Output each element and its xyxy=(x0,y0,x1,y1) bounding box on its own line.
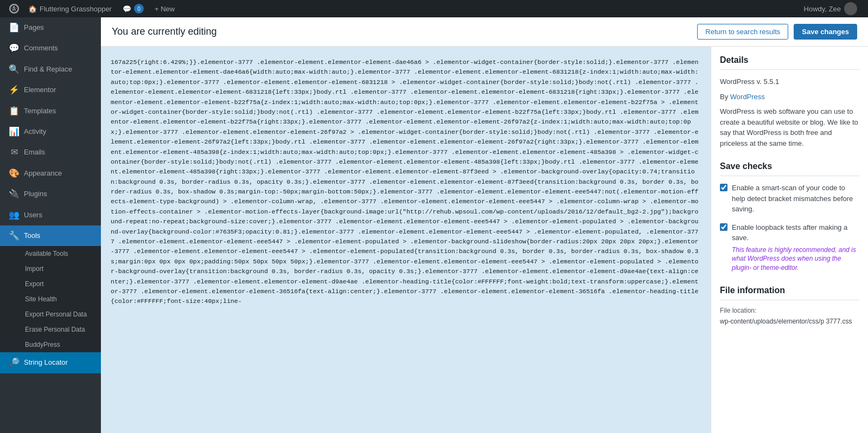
sidebar-label-users: Users xyxy=(24,210,95,220)
submenu-erase-personal-data[interactable]: Erase Personal Data xyxy=(0,322,101,337)
appearance-icon: 🎨 xyxy=(9,167,20,179)
comments-count: 0 xyxy=(134,4,144,14)
save-checks-title: Save checks xyxy=(720,161,859,176)
sidebar-label-templates: Templates xyxy=(24,106,95,116)
templates-icon: 📋 xyxy=(9,105,20,117)
top-bar-actions: Return to search results Save changes xyxy=(697,24,857,40)
sidebar-label-appearance: Appearance xyxy=(24,169,95,178)
emails-icon: ✉ xyxy=(9,146,20,158)
adminbar-comments[interactable]: 💬 0 xyxy=(117,0,149,17)
submenu-export[interactable]: Export xyxy=(0,276,101,292)
submenu-import[interactable]: Import xyxy=(0,261,101,276)
activity-icon: 📊 xyxy=(9,126,20,138)
adminbar-new[interactable]: + New xyxy=(149,0,180,17)
wp-version: WordPress v. 5.5.1 xyxy=(720,76,859,87)
submenu-export-personal-data[interactable]: Export Personal Data xyxy=(0,307,101,322)
svg-text:W: W xyxy=(12,7,17,12)
file-info-title: File information xyxy=(720,286,859,300)
author-line: By WordPress xyxy=(720,92,859,102)
save-button[interactable]: Save changes xyxy=(794,24,857,40)
return-button[interactable]: Return to search results xyxy=(697,24,788,40)
code-editor[interactable] xyxy=(106,52,705,428)
check2-label[interactable]: Enable loopback tests after making a sav… xyxy=(732,223,847,242)
details-title: Details xyxy=(720,55,859,70)
admin-bar: W 🏠 Fluttering Grasshopper 💬 0 + New How… xyxy=(0,0,868,17)
file-info-section: File information File location: wp-conte… xyxy=(720,286,859,326)
submenu-buddypress[interactable]: BuddyPress xyxy=(0,337,101,352)
sidebar-item-activity[interactable]: 📊 Activity xyxy=(0,121,101,142)
wp-description: WordPress is web software you can use to… xyxy=(720,106,859,148)
check1-label[interactable]: Enable a smart-scan of your code to help… xyxy=(732,183,859,215)
avatar xyxy=(844,2,857,15)
page-title: You are currently editing xyxy=(112,26,216,37)
check2-note: This feature is highly recommended, and … xyxy=(732,245,859,273)
top-bar: You are currently editing Return to sear… xyxy=(101,17,868,47)
plugins-icon: 🔌 xyxy=(9,188,20,200)
author-link[interactable]: WordPress xyxy=(730,93,765,101)
elementor-icon: ⚡ xyxy=(9,84,20,96)
sidebar-label-elementor: Elementor xyxy=(24,85,95,95)
sidebar-label-plugins: Plugins xyxy=(24,189,95,199)
new-label: + New xyxy=(155,5,175,13)
sidebar-item-find-replace[interactable]: 🔍 Find & Replace xyxy=(0,59,101,80)
check2-row: Enable loopback tests after making a sav… xyxy=(720,222,859,273)
sidebar-item-emails[interactable]: ✉ Emails xyxy=(0,142,101,163)
sidebar-item-templates[interactable]: 📋 Templates xyxy=(0,101,101,121)
comments-icon: 💬 xyxy=(9,42,20,54)
howdy-label: Howdy, Zee xyxy=(804,5,841,13)
adminbar-site[interactable]: 🏠 Fluttering Grasshopper xyxy=(23,0,117,17)
string-locator-icon: 🔎 xyxy=(9,357,20,369)
content-area: Details WordPress v. 5.5.1 By WordPress … xyxy=(101,47,868,433)
sidebar-label-string-locator: String Locator xyxy=(24,358,95,367)
file-path: wp-content/uploads/elementor/css/p 3777.… xyxy=(720,316,859,326)
submenu-label-buddypress: BuddyPress xyxy=(25,341,60,348)
check2-content: Enable loopback tests after making a sav… xyxy=(732,222,859,273)
check2-input[interactable] xyxy=(720,223,727,231)
sidebar-label-tools: Tools xyxy=(24,231,95,241)
find-replace-icon: 🔍 xyxy=(9,63,20,75)
sidebar-item-tools[interactable]: 🔧 Tools xyxy=(0,225,101,246)
sidebar-item-elementor[interactable]: ⚡ Elementor xyxy=(0,80,101,100)
wp-logo[interactable]: W xyxy=(5,0,23,17)
sidebar-label-emails: Emails xyxy=(24,147,95,157)
submenu-label-export: Export xyxy=(25,280,44,288)
home-icon: 🏠 xyxy=(28,5,37,13)
sidebar-label-pages: Pages xyxy=(24,23,95,33)
file-location-label: File location: xyxy=(720,307,859,314)
pages-icon: 📄 xyxy=(9,22,20,34)
details-section: Details WordPress v. 5.5.1 By WordPress … xyxy=(720,55,859,148)
submenu-label-site-health: Site Health xyxy=(25,295,57,303)
side-panel: Details WordPress v. 5.5.1 By WordPress … xyxy=(711,47,868,433)
users-icon: 👥 xyxy=(9,209,20,221)
sidebar-item-pages[interactable]: 📄 Pages xyxy=(0,17,101,38)
tools-icon: 🔧 xyxy=(9,230,20,242)
editor-area[interactable] xyxy=(101,47,711,433)
save-checks-section: Save checks Enable a smart-scan of your … xyxy=(720,161,859,273)
sidebar-item-plugins[interactable]: 🔌 Plugins xyxy=(0,184,101,204)
check1-row: Enable a smart-scan of your code to help… xyxy=(720,183,859,215)
check1-input[interactable] xyxy=(720,184,727,191)
comments-icon: 💬 xyxy=(123,5,131,13)
sidebar-item-string-locator[interactable]: 🔎 String Locator xyxy=(0,352,101,373)
sidebar: 📄 Pages 💬 Comments 🔍 Find & Replace ⚡ El… xyxy=(0,17,101,433)
sidebar-label-comments: Comments xyxy=(24,43,95,53)
submenu-available-tools[interactable]: Available Tools xyxy=(0,246,101,261)
submenu-site-health[interactable]: Site Health xyxy=(0,292,101,307)
sidebar-label-find-replace: Find & Replace xyxy=(24,64,95,74)
adminbar-user[interactable]: Howdy, Zee xyxy=(799,0,863,17)
sidebar-item-comments[interactable]: 💬 Comments xyxy=(0,38,101,59)
sidebar-item-users[interactable]: 👥 Users xyxy=(0,205,101,225)
submenu-label-export-personal-data: Export Personal Data xyxy=(25,311,87,318)
site-name: Fluttering Grasshopper xyxy=(40,5,112,13)
main-content: You are currently editing Return to sear… xyxy=(101,17,868,433)
submenu-label-erase-personal-data: Erase Personal Data xyxy=(25,326,85,333)
submenu-label-available-tools: Available Tools xyxy=(25,250,68,257)
by-label: By xyxy=(720,93,730,101)
submenu-label-import: Import xyxy=(25,265,43,273)
sidebar-item-appearance[interactable]: 🎨 Appearance xyxy=(0,163,101,184)
sidebar-label-activity: Activity xyxy=(24,127,95,137)
